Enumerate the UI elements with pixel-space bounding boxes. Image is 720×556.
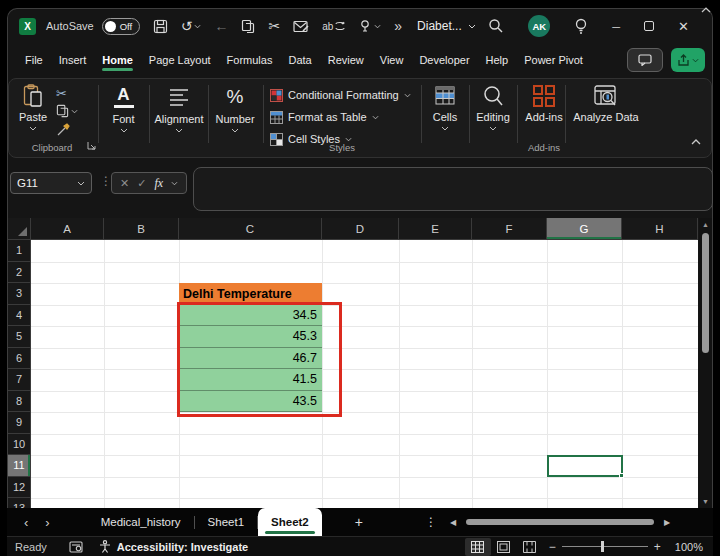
addins-button[interactable]: Add-ins	[518, 84, 570, 123]
selected-cell-G11[interactable]	[547, 455, 623, 477]
share-button[interactable]	[671, 48, 705, 72]
view-page-break-button[interactable]	[517, 538, 543, 556]
select-all-corner[interactable]	[8, 218, 31, 240]
sheet-tab-sheet1[interactable]: Sheet1	[195, 508, 257, 536]
name-box[interactable]: G11	[10, 172, 92, 194]
collapse-ribbon-button[interactable]	[691, 139, 701, 145]
format-painter-button[interactable]	[56, 123, 70, 137]
scroll-left-icon[interactable]: ◀	[450, 518, 456, 527]
ribbon-copy-button[interactable]	[56, 104, 78, 118]
save-button[interactable]	[153, 19, 168, 34]
prev-sheet-button[interactable]: ‹	[24, 515, 28, 530]
zoom-slider-thumb[interactable]	[601, 541, 604, 552]
clipboard-dialog-launcher[interactable]	[87, 141, 96, 150]
menu-tab-page-layout[interactable]: Page Layout	[141, 46, 219, 74]
column-header-G[interactable]: G	[547, 218, 622, 240]
row-header-6[interactable]: 6	[8, 348, 31, 370]
minimize-button[interactable]: ─	[612, 19, 620, 34]
vertical-scrollbar[interactable]: ▲ ▼	[699, 218, 712, 508]
menu-tab-data[interactable]: Data	[280, 46, 319, 74]
menu-tab-power-pivot[interactable]: Power Pivot	[516, 46, 591, 74]
touch-mode-button[interactable]	[358, 19, 381, 33]
scroll-right-icon[interactable]: ▶	[664, 518, 670, 527]
row-header-8[interactable]: 8	[8, 391, 31, 413]
sheet-tab-medical_history[interactable]: Medical_history	[88, 508, 194, 536]
alignment-group-button[interactable]: Alignment	[151, 84, 207, 133]
ribbon-cut-button[interactable]: ✂	[56, 86, 67, 101]
worksheet-grid[interactable]: Delhi Temperature 34.545.346.741.543.5	[31, 240, 698, 508]
zoom-slider[interactable]	[562, 546, 648, 547]
insert-function-icon[interactable]: fx	[154, 176, 163, 191]
add-sheet-button[interactable]: +	[355, 514, 363, 530]
qat-overflow-button[interactable]: »	[394, 19, 402, 33]
row-header-10[interactable]: 10	[8, 434, 31, 456]
replace-button[interactable]: ab	[322, 20, 345, 32]
menu-tab-formulas[interactable]: Formulas	[219, 46, 281, 74]
menu-tab-help[interactable]: Help	[478, 46, 517, 74]
editing-group-button[interactable]: Editing	[471, 84, 515, 131]
row-header-3[interactable]: 3	[8, 283, 31, 305]
conditional-formatting-button[interactable]: Conditional Formatting	[270, 86, 411, 104]
view-page-layout-button[interactable]	[491, 538, 517, 556]
horizontal-scroll-track[interactable]	[460, 517, 660, 527]
vertical-scroll-thumb[interactable]	[702, 233, 709, 353]
sheet-options-button[interactable]: ⋮	[425, 515, 437, 529]
autosave-toggle[interactable]: Off	[102, 18, 140, 35]
number-group-button[interactable]: % Number	[209, 84, 261, 133]
enter-icon[interactable]: ✓	[137, 177, 146, 190]
zoom-level[interactable]: 100%	[675, 541, 703, 553]
chevron-down-icon[interactable]	[171, 181, 178, 186]
row-header-12[interactable]: 12	[8, 477, 31, 499]
menu-tab-view[interactable]: View	[372, 46, 412, 74]
horizontal-scroll-thumb[interactable]	[466, 519, 654, 525]
document-title[interactable]: Diabet...	[417, 19, 476, 33]
maximize-button[interactable]	[644, 21, 654, 31]
column-header-D[interactable]: D	[322, 218, 399, 240]
column-header-A[interactable]: A	[31, 218, 104, 240]
column-header-E[interactable]: E	[399, 218, 472, 240]
redo-arrow-icon[interactable]: ←	[214, 19, 228, 33]
search-button[interactable]	[488, 18, 504, 34]
zoom-out-button[interactable]: −	[543, 540, 562, 554]
row-header-5[interactable]: 5	[8, 326, 31, 348]
copy-button[interactable]	[241, 19, 255, 34]
row-header-2[interactable]: 2	[8, 262, 31, 284]
view-normal-button[interactable]	[465, 538, 491, 556]
format-as-table-button[interactable]: Format as Table	[270, 108, 379, 126]
cells-group-button[interactable]: Cells	[423, 84, 467, 131]
cut-button[interactable]: ✂	[268, 19, 280, 33]
menu-tab-file[interactable]: File	[17, 46, 51, 74]
macro-record-button[interactable]	[69, 541, 83, 553]
fill-handle[interactable]	[619, 473, 624, 478]
account-avatar[interactable]: AK	[528, 15, 550, 37]
row-header-13[interactable]: 13	[8, 498, 31, 508]
menu-tab-home[interactable]: Home	[94, 46, 141, 74]
scroll-down-icon[interactable]: ▼	[699, 498, 712, 505]
paste-button[interactable]: Paste	[15, 84, 51, 131]
column-header-C[interactable]: C	[179, 218, 322, 240]
font-group-button[interactable]: A Font	[101, 84, 146, 133]
row-header-7[interactable]: 7	[8, 369, 31, 391]
row-header-9[interactable]: 9	[8, 412, 31, 434]
analyze-data-button[interactable]: Analyze Data	[571, 84, 641, 123]
comments-button[interactable]	[627, 48, 663, 72]
column-header-F[interactable]: F	[472, 218, 547, 240]
formula-bar-expand-button[interactable]	[701, 7, 711, 13]
row-header-11[interactable]: 11	[8, 455, 31, 477]
scroll-up-icon[interactable]: ▲	[699, 221, 712, 228]
column-header-H[interactable]: H	[622, 218, 698, 240]
next-sheet-button[interactable]: ›	[45, 515, 49, 530]
undo-button[interactable]: ↺	[181, 19, 202, 33]
cancel-icon[interactable]: ✕	[120, 177, 129, 190]
row-header-4[interactable]: 4	[8, 305, 31, 327]
mail-button[interactable]	[293, 20, 309, 33]
formula-bar-input[interactable]	[193, 167, 713, 211]
sheet-tab-sheet2[interactable]: Sheet2	[258, 508, 322, 536]
menu-tab-developer[interactable]: Developer	[411, 46, 477, 74]
zoom-in-button[interactable]: +	[648, 540, 667, 554]
menu-tab-review[interactable]: Review	[320, 46, 372, 74]
tips-button[interactable]	[574, 18, 588, 35]
menu-tab-insert[interactable]: Insert	[51, 46, 95, 74]
column-header-B[interactable]: B	[104, 218, 179, 240]
close-button[interactable]: ✕	[678, 19, 689, 34]
